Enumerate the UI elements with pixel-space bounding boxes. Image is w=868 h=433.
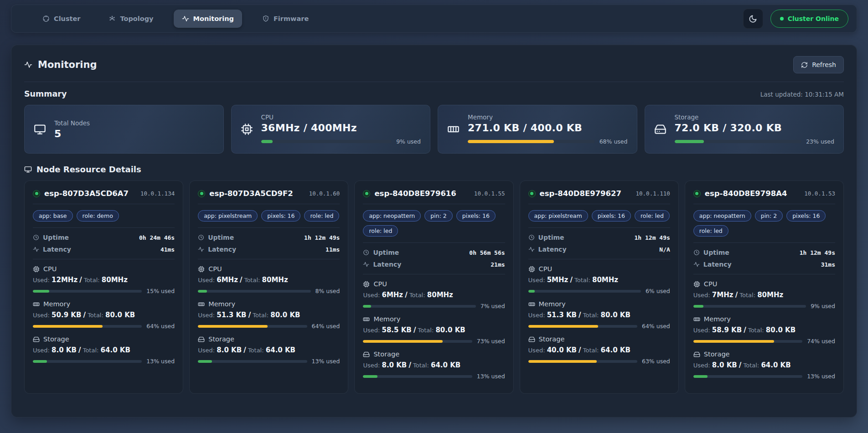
cpu-used-value: 12MHz <box>52 276 78 284</box>
summary-card-label: Memory <box>468 113 628 121</box>
used-label: Used: <box>363 327 380 334</box>
slash: / <box>405 291 407 299</box>
tab-cluster[interactable]: Cluster <box>34 10 88 28</box>
node-tag: app: pixelstream <box>198 210 258 222</box>
storage-progress-bar <box>33 360 142 363</box>
panel-header: Monitoring Refresh <box>24 56 844 73</box>
latency-row: Latency 11ms <box>198 246 340 253</box>
latency-label: Latency <box>208 246 236 253</box>
memory-progress-bar <box>528 325 637 328</box>
storage-percent-label: 13% used <box>477 373 505 380</box>
summary-card-value: 271.0 KB / 400.0 KB <box>468 122 628 134</box>
page-title: Monitoring <box>24 59 97 70</box>
cluster-status-badge[interactable]: Cluster Online <box>770 10 848 28</box>
memory-progress-bar <box>468 140 595 143</box>
cpu-progress-bar <box>198 290 310 293</box>
divider <box>363 242 505 243</box>
uptime-value: 1h 12m 49s <box>635 234 670 241</box>
clock-icon <box>198 234 204 241</box>
storage-used-value: 40.0 KB <box>547 346 577 354</box>
storage-icon <box>528 336 535 343</box>
memory-used-value: 50.9 KB <box>52 311 81 319</box>
storage-used-value: 8.0 KB <box>52 346 77 354</box>
cpu-section: CPU Used: 12MHz / Total: 80MHz 15% used <box>33 265 175 294</box>
memory-progress-row: 73% used <box>363 338 505 345</box>
cpu-progress-row: 6% used <box>528 288 670 294</box>
cpu-label: CPU <box>539 265 552 273</box>
status-dot-icon <box>780 17 784 21</box>
divider <box>198 204 340 204</box>
node-ip: 10.0.1.134 <box>140 190 175 197</box>
storage-used-value: 8.0 KB <box>712 361 737 369</box>
topology-icon <box>108 15 116 22</box>
cpu-label: CPU <box>43 265 57 273</box>
tab-firmware[interactable]: Firmware <box>254 10 317 28</box>
latency-label: Latency <box>538 246 567 253</box>
total-label: Total: <box>739 292 755 299</box>
used-label: Used: <box>198 347 215 354</box>
node-tag: app: base <box>33 210 73 222</box>
storage-progress-row: 13% used <box>33 358 175 365</box>
cpu-icon <box>363 281 370 288</box>
memory-section-header: Memory <box>33 300 175 308</box>
cpu-section-header: CPU <box>528 265 670 273</box>
memory-section-header: Memory <box>693 315 835 323</box>
monitor-icon <box>34 123 46 135</box>
memory-total-value: 80.0 KB <box>270 311 300 319</box>
total-label: Total: <box>413 362 429 369</box>
used-label: Used: <box>363 292 380 299</box>
storage-progress-bar <box>528 360 637 363</box>
tab-label: Topology <box>120 15 153 22</box>
cpu-section: CPU Used: 5MHz / Total: 80MHz 6% used <box>528 265 670 294</box>
cpu-values: Used: 5MHz / Total: 80MHz <box>528 276 670 284</box>
uptime-row: Uptime 0h 24m 46s <box>33 234 175 241</box>
divider <box>198 259 340 259</box>
node-title-row: esp-840D8E9798A4 10.0.1.53 <box>693 189 835 198</box>
memory-percent-label: 64% used <box>146 323 175 330</box>
node-ip: 10.0.1.55 <box>474 190 505 197</box>
top-nav: ClusterTopologyMonitoringFirmware Cluste… <box>11 5 857 33</box>
summary-cards: Total Nodes 5 CPU 36MHz / 400MHz 9% used… <box>24 105 844 154</box>
storage-progress-row: 13% used <box>198 358 340 365</box>
latency-value: 11ms <box>326 246 340 253</box>
node-tag: role: led <box>304 210 339 222</box>
cpu-progress-bar <box>261 140 392 143</box>
node-card: esp-840D8E979616 10.0.1.55 app: neopatte… <box>354 180 513 394</box>
summary-card-storage: Storage 72.0 KB / 320.0 KB 23% used <box>645 105 844 154</box>
used-label: Used: <box>363 362 380 369</box>
storage-section: Storage Used: 8.0 KB / Total: 64.0 KB 13… <box>33 335 175 365</box>
node-online-dot <box>198 190 205 197</box>
summary-heading: Summary <box>24 89 67 98</box>
used-label: Used: <box>198 312 215 319</box>
cpu-icon <box>693 281 700 288</box>
divider <box>693 242 835 243</box>
divider <box>528 204 670 204</box>
node-title-row: esp-840D8E979627 10.0.1.110 <box>528 189 670 198</box>
tab-monitoring[interactable]: Monitoring <box>174 10 242 28</box>
memory-icon <box>528 301 535 308</box>
divider <box>528 227 670 228</box>
tab-topology[interactable]: Topology <box>100 10 161 28</box>
cpu-label: CPU <box>373 280 387 288</box>
refresh-button[interactable]: Refresh <box>793 56 844 73</box>
uptime-label: Uptime <box>703 249 729 256</box>
activity-icon <box>33 246 39 253</box>
cpu-values: Used: 6MHz / Total: 80MHz <box>363 291 505 299</box>
node-tags: app: pixelstreampixels: 16role: led <box>528 210 670 222</box>
storage-total-value: 64.0 KB <box>101 346 130 354</box>
nodes-heading: Node Resource Details <box>24 165 844 174</box>
storage-progress-bar <box>675 140 802 143</box>
memory-icon <box>447 123 460 135</box>
cpu-progress-bar <box>528 290 641 293</box>
storage-total-value: 64.0 KB <box>761 361 790 369</box>
total-label: Total: <box>244 277 260 284</box>
uptime-label: Uptime <box>373 249 399 256</box>
storage-label: Storage <box>373 351 399 358</box>
total-label: Total: <box>83 347 99 354</box>
storage-label: Storage <box>704 351 730 358</box>
cpu-percent-label: 15% used <box>146 288 175 294</box>
storage-section: Storage Used: 40.0 KB / Total: 64.0 KB 6… <box>528 335 670 365</box>
theme-toggle-button[interactable] <box>743 9 763 29</box>
clock-icon <box>528 234 535 241</box>
memory-label: Memory <box>704 315 731 323</box>
